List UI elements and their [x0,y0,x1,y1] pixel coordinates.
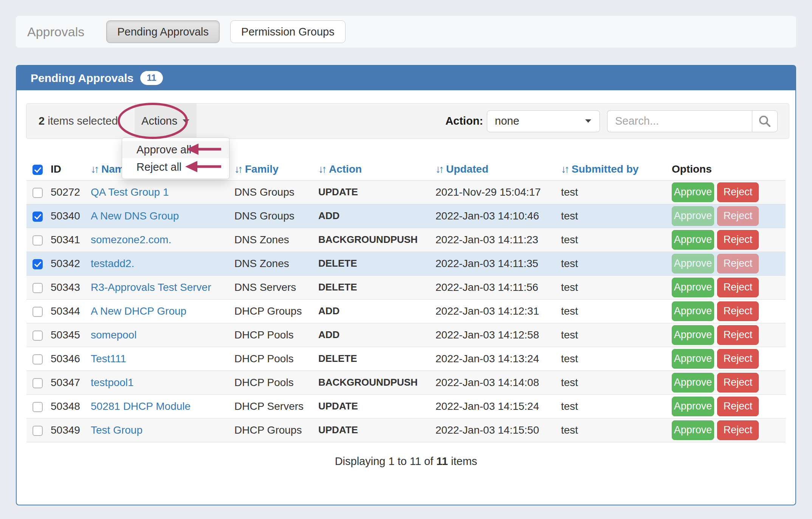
row-name-link[interactable]: Test Group [91,424,143,436]
row-name-link[interactable]: A New DNS Group [91,210,179,222]
row-name-link[interactable]: testadd2. [91,258,134,269]
approve-button[interactable]: Approve [672,397,714,416]
actions-button-label: Actions [141,115,177,127]
column-header-family[interactable]: ↓↑Family [228,159,312,180]
table-row: 50345somepoolDHCP PoolsADD2022-Jan-03 14… [26,323,786,347]
row-action: DELETE [312,275,429,299]
panel-body: 2 items selected. Actions Action: none [17,90,795,504]
approve-button[interactable]: Approve [672,278,714,297]
sort-icon: ↓↑ [318,163,325,175]
actions-dropdown-button[interactable]: Actions [135,103,197,139]
row-checkbox[interactable] [33,331,43,341]
row-options-cell: ApproveReject [666,180,786,204]
row-checkbox[interactable] [33,212,43,222]
row-family: DHCP Pools [228,371,312,394]
search-button[interactable] [752,110,778,132]
row-options-cell: ApproveReject [666,418,786,442]
reject-button[interactable]: Reject [717,420,759,440]
approve-button[interactable]: Approve [672,182,714,202]
row-name-link[interactable]: somezone2.com. [91,234,171,246]
reject-button[interactable]: Reject [717,349,759,369]
selected-suffix: items selected. [45,115,121,127]
row-name-link[interactable]: testpool1 [91,377,134,388]
table-row: 50346Test111DHCP PoolsDELETE2022-Jan-03 … [26,347,786,371]
row-name-link[interactable]: QA Test Group 1 [91,186,169,198]
row-checkbox[interactable] [33,259,43,269]
reject-button[interactable]: Reject [717,397,759,416]
table-row: 50344A New DHCP GroupDHCP GroupsADD2022-… [26,299,786,323]
actions-dropdown-menu: Approve all Reject all [122,137,229,179]
reject-button[interactable]: Reject [717,278,759,297]
row-checkbox[interactable] [33,402,43,412]
approve-button[interactable]: Approve [672,373,714,392]
panel-header: Pending Approvals 11 [17,66,795,90]
table-row: 50343R3-Approvals Test ServerDNS Servers… [26,275,786,299]
row-name-cell: A New DNS Group [85,204,228,228]
search-input[interactable] [607,110,752,132]
select-caret-icon [585,119,591,123]
row-id: 50345 [45,323,85,347]
reject-button[interactable]: Reject [717,206,759,226]
reject-button[interactable]: Reject [717,254,759,273]
table-row: 5034850281 DHCP ModuleDHCP ServersUPDATE… [26,394,786,418]
row-options-cell: ApproveReject [666,323,786,347]
row-id: 50340 [45,204,85,228]
row-checkbox[interactable] [33,235,43,246]
approve-button[interactable]: Approve [672,420,714,440]
row-checkbox[interactable] [33,283,43,293]
reject-button[interactable]: Reject [717,373,759,392]
action-filter-select[interactable]: none [487,110,600,132]
row-submitted-by: test [555,418,666,442]
row-checkbox[interactable] [33,354,43,365]
row-submitted-by: test [555,204,666,228]
tab-pending-approvals[interactable]: Pending Approvals [106,20,220,43]
row-name-link[interactable]: somepool [91,329,136,341]
approve-button[interactable]: Approve [672,206,714,226]
reject-button[interactable]: Reject [717,230,759,250]
pending-approvals-table: ID↓↑Name↓↑Family↓↑Action↓↑Updated↓↑Submi… [26,159,786,442]
row-updated: 2022-Jan-03 14:15:50 [429,418,555,442]
approve-button[interactable]: Approve [672,254,714,273]
row-checkbox-cell [26,252,45,275]
menu-item-approve-all[interactable]: Approve all [122,141,229,158]
sort-icon: ↓↑ [234,163,241,175]
approve-button[interactable]: Approve [672,349,714,369]
row-name-cell: testadd2. [85,252,228,275]
row-name-link[interactable]: Test111 [91,353,126,365]
row-updated: 2022-Jan-03 14:11:56 [429,275,555,299]
row-action: ADD [312,204,429,228]
row-name-link[interactable]: R3-Approvals Test Server [91,281,211,293]
row-name-link[interactable]: 50281 DHCP Module [91,400,191,412]
row-checkbox[interactable] [33,188,43,198]
row-options-cell: ApproveReject [666,347,786,371]
column-header-updated[interactable]: ↓↑Updated [429,159,555,180]
row-action: BACKGROUNDPUSH [312,371,429,394]
row-checkbox[interactable] [33,426,43,436]
approve-button[interactable]: Approve [672,230,714,250]
select-all-checkbox[interactable] [33,165,43,175]
action-filter-value: none [495,115,519,127]
row-checkbox[interactable] [33,307,43,317]
table-row: 50347testpool1DHCP PoolsBACKGROUNDPUSH20… [26,371,786,394]
row-name-link[interactable]: A New DHCP Group [91,305,186,317]
row-options-cell: ApproveReject [666,252,786,275]
column-header-submitted-by[interactable]: ↓↑Submitted by [555,159,666,180]
row-submitted-by: test [555,347,666,371]
pagination-prefix: Displaying 1 to 11 of [335,455,437,467]
row-action: UPDATE [312,418,429,442]
row-family: DHCP Pools [228,323,312,347]
column-header-label: Submitted by [572,163,638,175]
approve-button[interactable]: Approve [672,301,714,321]
column-header-id: ID [45,159,85,180]
sort-icon: ↓↑ [435,163,442,175]
column-header-action[interactable]: ↓↑Action [312,159,429,180]
row-checkbox-cell [26,323,45,347]
approve-button[interactable]: Approve [672,325,714,345]
reject-button[interactable]: Reject [717,182,759,202]
reject-button[interactable]: Reject [717,325,759,345]
tab-permission-groups[interactable]: Permission Groups [230,20,346,43]
reject-button[interactable]: Reject [717,301,759,321]
column-header-label: Updated [446,163,488,175]
row-checkbox[interactable] [33,378,43,388]
menu-item-reject-all[interactable]: Reject all [122,158,229,176]
